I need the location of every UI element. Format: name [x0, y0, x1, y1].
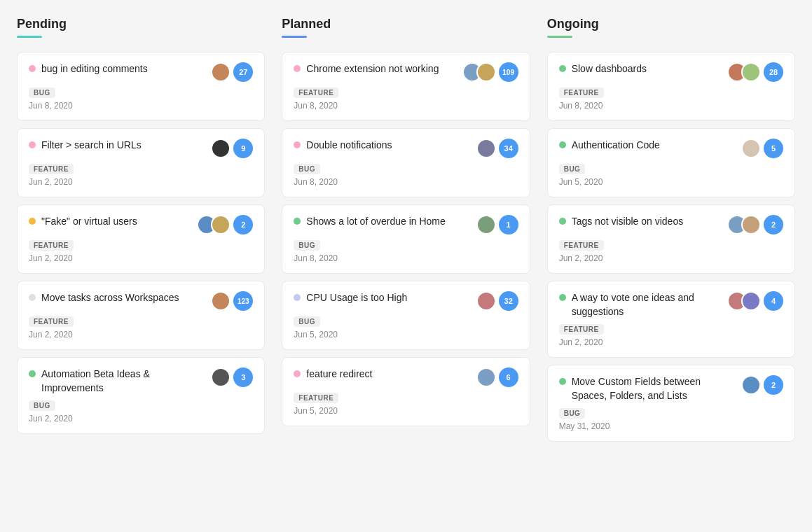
- card-title: Automation Beta Ideas & Improvements: [41, 368, 205, 395]
- card-header: A way to vote one ideas and suggestions4: [559, 291, 783, 318]
- avatar-group: [211, 62, 230, 82]
- card[interactable]: Filter > search in URLs9FEATUREJun 2, 20…: [17, 128, 265, 197]
- avatar: [211, 368, 230, 387]
- column-underline-ongoing: [547, 36, 572, 38]
- card[interactable]: bug in editing comments27BUGJun 8, 2020: [17, 52, 265, 121]
- status-dot: [559, 141, 566, 148]
- card-date: Jun 5, 2020: [559, 177, 783, 187]
- type-badge: FEATURE: [559, 324, 604, 335]
- avatar-group: [211, 368, 230, 387]
- card-meta: BUG: [294, 240, 518, 251]
- avatar-group: [476, 368, 496, 387]
- card-title: Tags not visible on videos: [572, 215, 684, 229]
- card-title-row: Tags not visible on videos: [559, 215, 722, 229]
- column-header-pending: Pending: [17, 17, 265, 38]
- card[interactable]: Slow dashboards28FEATUREJun 8, 2020: [547, 52, 795, 121]
- card-meta: FEATURE: [29, 240, 253, 251]
- avatar: [476, 291, 496, 311]
- card[interactable]: Move Custom Fields between Spaces, Folde…: [547, 365, 795, 442]
- type-badge: BUG: [294, 240, 320, 251]
- status-dot: [29, 65, 36, 72]
- card[interactable]: Tags not visible on videos2FEATUREJun 2,…: [547, 204, 795, 274]
- card-right: 1: [476, 215, 518, 234]
- card[interactable]: Automation Beta Ideas & Improvements3BUG…: [17, 357, 265, 434]
- card-title: Filter > search in URLs: [41, 139, 142, 153]
- avatar: [476, 215, 496, 234]
- card-title-row: Slow dashboards: [559, 62, 722, 76]
- card-date: Jun 8, 2020: [559, 101, 783, 111]
- avatar-group: [197, 215, 230, 234]
- column-underline-pending: [17, 36, 42, 38]
- card-right: 34: [476, 139, 518, 158]
- status-dot: [559, 218, 566, 225]
- vote-count: 1: [499, 215, 518, 234]
- card-header: Filter > search in URLs9: [29, 139, 253, 158]
- avatar-group: [727, 291, 761, 311]
- card-right: 4: [727, 291, 783, 311]
- card-title: Move tasks across Workspaces: [41, 291, 179, 305]
- status-dot: [29, 218, 36, 225]
- vote-count: 6: [499, 368, 518, 387]
- card-header: CPU Usage is too High32: [294, 291, 518, 311]
- avatar: [476, 368, 496, 387]
- column-header-planned: Planned: [282, 17, 530, 38]
- avatar-group: [741, 375, 761, 395]
- card-title-row: feature redirect: [294, 368, 470, 382]
- card-title: Move Custom Fields between Spaces, Folde…: [572, 375, 736, 402]
- type-badge: BUG: [29, 88, 55, 98]
- card[interactable]: Double notifications34BUGJun 8, 2020: [282, 128, 530, 197]
- vote-count: 2: [233, 215, 253, 234]
- card-right: 6: [476, 368, 518, 387]
- card-right: 123: [211, 291, 253, 311]
- vote-count: 32: [499, 291, 518, 311]
- card-title: feature redirect: [306, 368, 372, 382]
- card-title: Slow dashboards: [572, 62, 647, 76]
- avatar-group: [211, 139, 230, 158]
- vote-count: 109: [499, 62, 518, 82]
- card-meta: FEATURE: [559, 240, 783, 251]
- avatar: [211, 291, 230, 311]
- card-title: Chrome extension not working: [306, 62, 439, 76]
- card-right: 2: [727, 215, 783, 234]
- card[interactable]: Chrome extension not working109FEATUREJu…: [282, 52, 530, 121]
- card-date: Jun 2, 2020: [29, 330, 253, 340]
- vote-count: 123: [233, 291, 253, 311]
- vote-count: 3: [233, 368, 253, 387]
- card-title-row: bug in editing comments: [29, 62, 205, 76]
- card-meta: FEATURE: [29, 316, 253, 327]
- type-badge: FEATURE: [29, 164, 74, 174]
- card[interactable]: Authentication Code5BUGJun 5, 2020: [547, 128, 795, 197]
- card-date: Jun 2, 2020: [29, 414, 253, 424]
- avatar: [211, 62, 230, 82]
- card-meta: FEATURE: [559, 88, 783, 98]
- card-header: Authentication Code5: [559, 139, 783, 158]
- card-header: "Fake" or virtual users2: [29, 215, 253, 234]
- vote-count: 5: [764, 139, 783, 158]
- card-date: May 31, 2020: [559, 421, 783, 431]
- card-title-row: Authentication Code: [559, 139, 736, 153]
- card[interactable]: A way to vote one ideas and suggestions4…: [547, 281, 795, 358]
- card[interactable]: "Fake" or virtual users2FEATUREJun 2, 20…: [17, 204, 265, 274]
- card-title: Authentication Code: [572, 139, 660, 153]
- card-date: Jun 5, 2020: [294, 330, 518, 340]
- kanban-board: Pendingbug in editing comments27BUGJun 8…: [17, 17, 795, 449]
- type-badge: FEATURE: [29, 240, 74, 251]
- card-header: Automation Beta Ideas & Improvements3: [29, 368, 253, 395]
- card[interactable]: CPU Usage is too High32BUGJun 5, 2020: [282, 281, 530, 350]
- card[interactable]: Move tasks across Workspaces123FEATUREJu…: [17, 281, 265, 350]
- type-badge: FEATURE: [294, 88, 338, 98]
- card[interactable]: Shows a lot of overdue in Home1BUGJun 8,…: [282, 204, 530, 274]
- card-right: 9: [211, 139, 253, 158]
- card-header: Move Custom Fields between Spaces, Folde…: [559, 375, 783, 402]
- card-title-row: Move Custom Fields between Spaces, Folde…: [559, 375, 736, 402]
- vote-count: 28: [764, 62, 783, 82]
- card-meta: FEATURE: [559, 324, 783, 335]
- type-badge: BUG: [559, 408, 586, 419]
- avatar-group: [727, 215, 761, 234]
- vote-count: 27: [233, 62, 253, 82]
- type-badge: FEATURE: [294, 393, 338, 403]
- card-meta: FEATURE: [294, 88, 518, 98]
- card-header: Slow dashboards28: [559, 62, 783, 82]
- card[interactable]: feature redirect6FEATUREJun 5, 2020: [282, 357, 530, 426]
- status-dot: [294, 294, 301, 301]
